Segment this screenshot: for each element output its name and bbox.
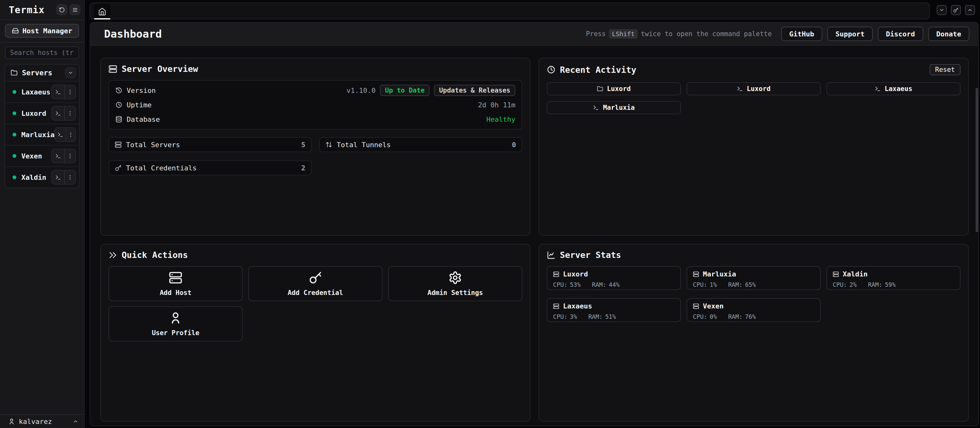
- quick-actions-grid: Add Host Add Credential Admin Settings U…: [108, 266, 522, 342]
- recent-item-label: Luxord: [747, 85, 771, 93]
- total-servers-box: Total Servers 5: [108, 137, 312, 152]
- more-options-button[interactable]: [64, 149, 76, 163]
- refresh-button[interactable]: [56, 5, 67, 15]
- ellipsis-vertical-icon: [67, 174, 73, 180]
- uptime-row: Uptime 2d 0h 11m: [115, 97, 515, 112]
- cpu-value: 53%: [570, 281, 581, 288]
- ram-label: RAM:: [728, 313, 743, 320]
- key-icon: [309, 271, 322, 284]
- cpu-value: 2%: [850, 281, 857, 288]
- host-manager-button[interactable]: Host Manager: [5, 24, 79, 38]
- open-terminal-button[interactable]: [52, 149, 64, 163]
- total-servers-label: Total Servers: [126, 141, 180, 149]
- sidebar-item-vexen[interactable]: Vexen: [5, 145, 79, 166]
- ram-value: 65%: [745, 281, 756, 288]
- hint-prefix: Press: [586, 30, 606, 38]
- stats-laxaeus[interactable]: Laxaeus CPU: 3% RAM: 51%: [547, 298, 681, 322]
- database-row: Database Healthy: [115, 112, 515, 126]
- cpu-label: CPU:: [553, 281, 568, 288]
- server-icon: [108, 65, 117, 73]
- host-manager-section: Host Manager: [0, 20, 84, 43]
- open-terminal-button[interactable]: [52, 106, 64, 120]
- recent-item-label: Luxord: [607, 85, 631, 93]
- user-icon: [169, 311, 183, 325]
- stats-vexen[interactable]: Vexen CPU: 0% RAM: 76%: [687, 298, 821, 322]
- stats-server-name: Vexen: [703, 302, 724, 310]
- stats-values: CPU: 2% RAM: 59%: [833, 281, 954, 288]
- server-name: Vexen: [21, 152, 42, 160]
- database-label: Database: [127, 115, 160, 123]
- server-overview-card: Server Overview Version v1.10.0 Up to Da…: [100, 58, 530, 236]
- updates-releases-button[interactable]: Updates & Releases: [434, 85, 515, 96]
- scroll-tabs-right-button[interactable]: [965, 5, 975, 15]
- stats-xaldin[interactable]: Xaldin CPU: 2% RAM: 59%: [826, 266, 961, 290]
- database-icon: [115, 116, 122, 123]
- discord-button[interactable]: Discord: [878, 27, 923, 41]
- overview-totals: Total Servers 5 Total Tunnels 0 Total Cr…: [108, 137, 522, 176]
- stats-marluxia[interactable]: Marluxia CPU: 1% RAM: 65%: [687, 266, 821, 290]
- server-name: Laxaeus: [21, 88, 51, 96]
- ellipsis-vertical-icon: [67, 153, 73, 159]
- server-stats-grid: Luxord CPU: 53% RAM: 44% Marluxia: [547, 266, 961, 322]
- scrollbar-thumb[interactable]: [975, 88, 978, 232]
- stats-values: CPU: 3% RAM: 51%: [553, 313, 675, 320]
- terminal-icon: [875, 86, 881, 92]
- search-input[interactable]: [5, 46, 79, 59]
- ram-label: RAM:: [728, 281, 743, 288]
- user-menu[interactable]: kalvarez: [0, 414, 84, 428]
- online-status-dot: [13, 112, 16, 115]
- reset-button[interactable]: Reset: [929, 64, 961, 75]
- ram-value: 76%: [745, 313, 756, 320]
- clock-icon: [547, 65, 555, 74]
- more-options-button[interactable]: [66, 128, 76, 142]
- credentials-button[interactable]: [951, 5, 961, 15]
- sidebar-item-laxaeus[interactable]: Laxaeus: [5, 81, 79, 102]
- user-profile-button[interactable]: User Profile: [108, 306, 243, 342]
- more-options-button[interactable]: [64, 85, 76, 99]
- recent-item-luxord-terminal[interactable]: Luxord: [687, 82, 821, 96]
- more-options-button[interactable]: [64, 106, 76, 120]
- admin-settings-button[interactable]: Admin Settings: [388, 266, 522, 301]
- card-title: Server Overview: [122, 64, 198, 74]
- sidebar-item-marluxia[interactable]: Marluxia: [5, 124, 79, 145]
- stats-luxord[interactable]: Luxord CPU: 53% RAM: 44%: [547, 266, 681, 290]
- open-terminal-button[interactable]: [55, 128, 66, 142]
- github-button[interactable]: GitHub: [781, 27, 822, 41]
- server-icon: [833, 271, 839, 277]
- scroll-tabs-left-button[interactable]: [937, 5, 947, 15]
- recent-item-marluxia-terminal[interactable]: Marluxia: [547, 101, 681, 114]
- sidebar-item-luxord[interactable]: Luxord: [5, 102, 79, 124]
- recent-item-laxaeus-terminal[interactable]: Laxaeus: [826, 82, 961, 96]
- stats-values: CPU: 53% RAM: 44%: [553, 281, 675, 288]
- menu-button[interactable]: [70, 5, 80, 15]
- add-host-button[interactable]: Add Host: [108, 266, 243, 301]
- total-tunnels-box: Total Tunnels 0: [319, 137, 522, 152]
- recent-item-luxord-files[interactable]: Luxord: [547, 82, 681, 96]
- stats-server-name: Luxord: [563, 270, 588, 278]
- support-button[interactable]: Support: [827, 27, 873, 41]
- online-status-dot: [13, 90, 16, 94]
- folder-icon: [597, 86, 603, 92]
- servers-group-header[interactable]: Servers: [5, 65, 79, 81]
- dashboard-content: Server Overview Version v1.10.0 Up to Da…: [90, 46, 978, 426]
- terminal-icon: [55, 174, 61, 180]
- online-status-dot: [13, 176, 16, 179]
- page-title: Dashboard: [104, 28, 162, 40]
- active-tab-indicator: [94, 18, 110, 19]
- total-tunnels-value: 0: [512, 141, 516, 149]
- sidebar-item-xaldin[interactable]: Xaldin: [5, 166, 79, 188]
- stats-values: CPU: 1% RAM: 65%: [693, 281, 815, 288]
- database-status: Healthy: [486, 115, 515, 123]
- quick-action-label: Add Host: [159, 289, 191, 297]
- collapse-group-button[interactable]: [65, 67, 76, 78]
- open-terminal-button[interactable]: [52, 170, 64, 184]
- tab-home[interactable]: [94, 4, 110, 19]
- open-terminal-button[interactable]: [52, 85, 64, 99]
- add-credential-button[interactable]: Add Credential: [248, 266, 382, 301]
- donate-button[interactable]: Donate: [928, 27, 969, 41]
- more-options-button[interactable]: [64, 170, 76, 184]
- sidebar: Termix Host Manager Servers Laxaeus: [0, 0, 84, 428]
- hard-drive-icon: [12, 27, 19, 34]
- server-icon: [553, 271, 559, 277]
- ram-value: 59%: [885, 281, 896, 288]
